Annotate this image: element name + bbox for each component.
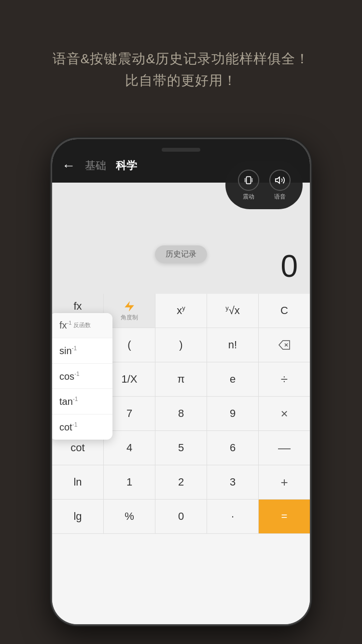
key-6[interactable]: 6 — [207, 431, 259, 465]
key-cot-label: cot — [70, 442, 84, 454]
key-8-label: 8 — [178, 407, 184, 420]
header-line1: 语音&按键震动&历史记录功能样样俱全！ — [0, 48, 362, 70]
svg-rect-0 — [246, 176, 251, 184]
key-7-label: 7 — [126, 407, 132, 420]
header-line2: 比自带的更好用！ — [0, 70, 362, 92]
key-factorial[interactable]: n! — [207, 328, 259, 362]
phone-inner: ← 基础 科学 — [52, 139, 310, 624]
key-percent[interactable]: % — [104, 500, 155, 533]
key-lg[interactable]: lg — [52, 500, 104, 533]
popup-menu: 震动 语音 — [225, 161, 303, 209]
key-0[interactable]: 0 — [155, 500, 207, 533]
key-8[interactable]: 8 — [155, 397, 207, 430]
flyout-header: fx-1 反函数 — [52, 313, 112, 338]
key-pow-label: xy — [177, 304, 185, 317]
key-add-label: + — [280, 475, 288, 490]
flyout-header-label: fx-1 — [59, 320, 71, 331]
key-1-label: 1 — [126, 476, 132, 488]
key-angle-sub: 角度制 — [121, 314, 138, 322]
key-root-label: y√x — [225, 304, 240, 317]
key-ln[interactable]: ln — [52, 465, 104, 499]
key-subtract[interactable]: — — [259, 431, 310, 465]
mode-tabs: 基础 科学 — [85, 158, 137, 173]
tab-science[interactable]: 科学 — [116, 158, 137, 173]
key-add[interactable]: + — [259, 465, 310, 499]
keypad-row-6: ln 1 2 3 + — [52, 465, 310, 500]
voice-item[interactable]: 语音 — [269, 170, 291, 201]
key-factorial-label: n! — [228, 339, 237, 351]
backspace-icon — [278, 340, 291, 350]
vibrate-item[interactable]: 震动 — [238, 170, 259, 201]
key-0-label: 0 — [178, 510, 184, 523]
flyout-cos-inv[interactable]: cos-1 — [52, 364, 112, 389]
key-dot[interactable]: · — [207, 500, 259, 533]
key-rparen[interactable]: ) — [155, 328, 207, 362]
history-button[interactable]: 历史记录 — [155, 245, 207, 263]
key-5[interactable]: 5 — [155, 431, 207, 465]
key-equals-label: = — [281, 510, 288, 523]
key-percent-label: % — [125, 510, 134, 523]
key-euler[interactable]: e — [207, 362, 259, 396]
key-6-label: 6 — [230, 442, 236, 454]
key-ln-label: ln — [73, 476, 82, 488]
key-2-label: 2 — [178, 476, 184, 488]
key-pow[interactable]: xy — [155, 294, 207, 328]
key-5-label: 5 — [178, 442, 184, 454]
back-button[interactable]: ← — [62, 158, 75, 173]
key-fx-label: fx — [73, 300, 82, 313]
flyout-tan-inv[interactable]: tan-1 — [52, 389, 112, 415]
keypad-row-7: lg % 0 · = — [52, 500, 310, 534]
key-lparen-label: ( — [127, 339, 131, 351]
key-rparen-label: ) — [179, 339, 182, 351]
key-2[interactable]: 2 — [155, 465, 207, 499]
vibrate-icon — [238, 170, 259, 191]
key-divide[interactable]: ÷ — [259, 362, 310, 396]
key-subtract-label: — — [278, 441, 291, 456]
flyout-header-sub: 反函数 — [73, 321, 91, 329]
key-4-label: 4 — [126, 442, 132, 454]
tab-basic[interactable]: 基础 — [85, 158, 106, 173]
header-text: 语音&按键震动&历史记录功能样样俱全！ 比自带的更好用！ — [0, 48, 362, 92]
voice-label: 语音 — [274, 193, 286, 201]
key-3-label: 3 — [230, 476, 236, 488]
phone-speaker — [162, 148, 200, 152]
flyout-cot-inv[interactable]: cot-1 — [52, 415, 112, 440]
flyout-menu: fx-1 反函数 sin-1 cos-1 tan-1 cot-1 — [52, 313, 112, 440]
key-lg-label: lg — [73, 510, 82, 523]
key-clear-label: C — [280, 304, 288, 317]
key-1[interactable]: 1 — [104, 465, 155, 499]
key-multiply[interactable]: × — [259, 397, 310, 430]
vibrate-label: 震动 — [243, 193, 254, 201]
flyout-sin-inv[interactable]: sin-1 — [52, 338, 112, 364]
key-9-label: 9 — [230, 407, 236, 420]
key-3[interactable]: 3 — [207, 465, 259, 499]
key-pi[interactable]: π — [155, 362, 207, 396]
key-divide-label: ÷ — [281, 372, 288, 387]
phone-frame: ← 基础 科学 — [51, 138, 311, 626]
angle-icon — [123, 300, 136, 313]
key-9[interactable]: 9 — [207, 397, 259, 430]
key-backspace[interactable] — [259, 328, 310, 362]
key-euler-label: e — [230, 373, 236, 386]
key-clear[interactable]: C — [259, 294, 310, 328]
key-reciprocal-label: 1/X — [121, 373, 137, 386]
key-pi-label: π — [177, 373, 184, 386]
key-multiply-label: × — [280, 406, 288, 421]
key-root[interactable]: y√x — [207, 294, 259, 328]
display-value: 0 — [280, 248, 298, 284]
key-dot-label: · — [231, 510, 234, 523]
key-equals[interactable]: = — [259, 500, 310, 533]
svg-marker-7 — [275, 177, 279, 183]
voice-icon — [269, 170, 291, 191]
